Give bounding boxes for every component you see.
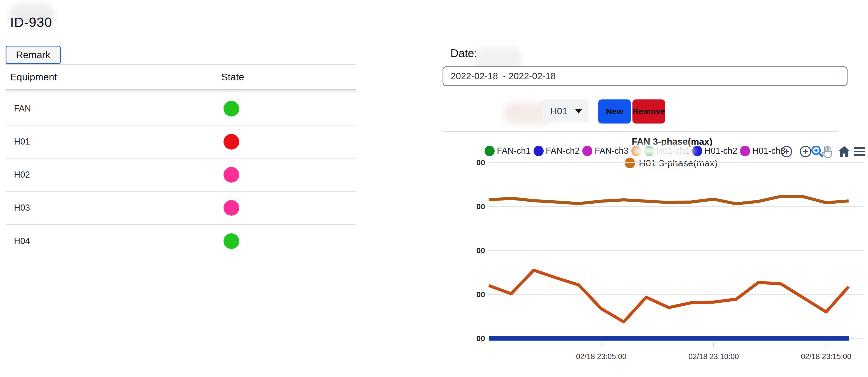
legend-dot [485, 146, 495, 156]
chevron-down-icon [575, 109, 583, 114]
page-title: ID-930 [10, 14, 52, 30]
legend-item[interactable]: FAN-ch1 [485, 146, 531, 156]
blur-patch [631, 145, 693, 157]
equipment-table-header: Equipment State [6, 65, 356, 90]
chart-plot-area[interactable]: 80.0060.0040.0020.000.0002/18 23:05:0002… [476, 155, 868, 374]
legend-item[interactable]: H01-ch3 [740, 146, 785, 156]
legend-dot [692, 146, 702, 156]
table-row[interactable]: H04 [6, 225, 356, 258]
svg-text:0.00: 0.00 [476, 334, 485, 343]
legend-label: FAN-ch3 [595, 146, 628, 156]
zoom-in-circle-icon[interactable] [779, 144, 794, 159]
new-button[interactable]: New [598, 99, 631, 124]
legend-label: FAN-ch1 [497, 146, 531, 156]
header-band [6, 90, 356, 92]
table-row[interactable]: FAN [6, 92, 356, 125]
status-dot [223, 167, 239, 183]
menu-icon[interactable] [852, 144, 867, 159]
status-dot [223, 233, 239, 249]
home-icon[interactable] [837, 144, 851, 159]
app-window: ID-930 Remark Equipment State FAN H01 H0… [0, 0, 868, 377]
legend-label: FAN-ch2 [546, 146, 580, 156]
column-header-state: State [221, 71, 244, 83]
status-dot [223, 101, 239, 117]
equipment-select-value: H01 [550, 105, 567, 117]
table-row[interactable]: H02 [6, 159, 356, 192]
remove-button[interactable]: Remove [632, 99, 665, 124]
legend-item[interactable] [631, 146, 642, 156]
table-row[interactable]: H01 [6, 125, 356, 159]
pan-hand-icon[interactable] [820, 144, 835, 159]
remark-button[interactable]: Remark [6, 46, 61, 64]
equipment-name: H04 [6, 236, 217, 246]
legend-item[interactable]: FAN-ch3 [582, 146, 628, 156]
svg-text:80.00: 80.00 [476, 158, 485, 167]
equipment-table: Equipment State FAN H01 H02 H03 H04 [6, 65, 356, 258]
legend-dot [582, 146, 592, 156]
legend-item[interactable]: H01-ch2 [692, 146, 737, 156]
equipment-name: FAN [6, 104, 217, 114]
status-dot [223, 134, 239, 150]
svg-text:02/18 23:15:00: 02/18 23:15:00 [801, 352, 851, 361]
legend-dot [534, 146, 544, 156]
svg-text:60.00: 60.00 [476, 202, 485, 211]
equipment-select[interactable]: H01 [542, 99, 589, 122]
table-row[interactable]: H03 [6, 192, 356, 225]
divider [443, 131, 838, 132]
legend-item[interactable]: FAN-ch2 [534, 146, 580, 156]
status-dot [223, 200, 239, 216]
svg-text:40.00: 40.00 [476, 246, 485, 255]
svg-text:20.00: 20.00 [476, 290, 485, 299]
equipment-name: H02 [6, 170, 217, 180]
svg-text:02/18 23:05:00: 02/18 23:05:00 [576, 352, 626, 361]
column-header-equipment: Equipment [6, 71, 221, 83]
legend-dot [740, 146, 750, 156]
date-range-input[interactable] [442, 66, 847, 86]
legend-label: H01-ch2 [705, 146, 737, 156]
date-label: Date: [451, 47, 477, 60]
equipment-name: H03 [6, 203, 217, 213]
svg-text:02/18 23:10:00: 02/18 23:10:00 [688, 352, 739, 361]
equipment-name: H01 [6, 137, 217, 147]
